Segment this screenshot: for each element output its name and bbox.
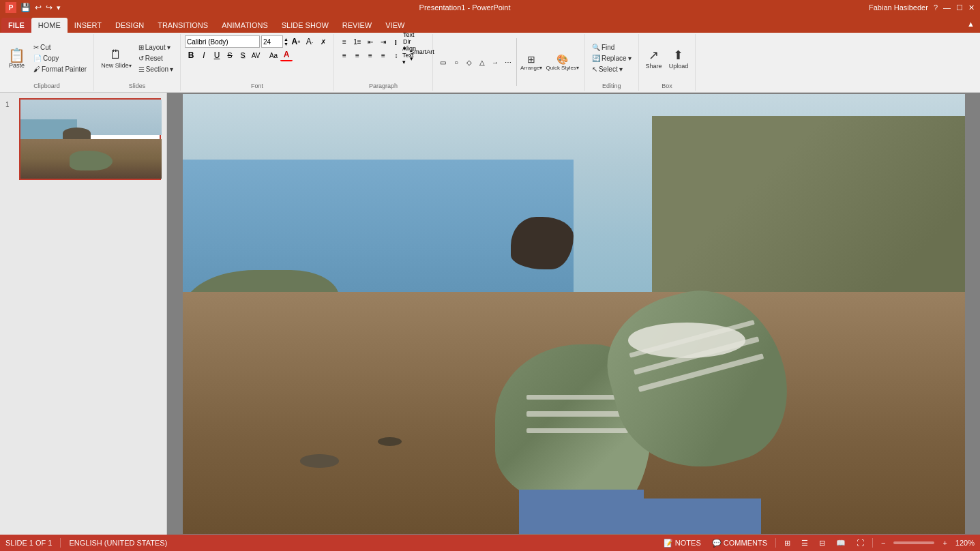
right-leg-jeans bbox=[636, 498, 762, 534]
shape-rect-btn[interactable]: ▭ bbox=[437, 56, 449, 68]
layout-button[interactable]: ⊞ Layout ▾ bbox=[136, 42, 176, 53]
justify-btn[interactable]: ≡ bbox=[377, 49, 389, 61]
tab-review[interactable]: REVIEW bbox=[336, 18, 378, 33]
cut-button[interactable]: ✂ Cut bbox=[31, 42, 89, 53]
collapse-ribbon-btn[interactable]: ▲ bbox=[962, 20, 980, 28]
minimize-btn[interactable]: — bbox=[943, 3, 951, 12]
reset-button[interactable]: ↺ Reset bbox=[136, 53, 176, 63]
comments-btn[interactable]: 💬 COMMENTS bbox=[709, 539, 770, 548]
increase-indent-btn[interactable]: ⇥ bbox=[377, 35, 389, 48]
replace-button[interactable]: 🔄 Replace ▾ bbox=[589, 53, 634, 63]
shape-more-btn[interactable]: ⋯ bbox=[502, 56, 514, 68]
quick-save-btn[interactable]: 💾 bbox=[20, 3, 31, 12]
restore-btn[interactable]: ☐ bbox=[956, 3, 963, 12]
tab-animations[interactable]: ANIMATIONS bbox=[215, 18, 275, 33]
bullets-btn[interactable]: ≡ bbox=[338, 35, 351, 48]
columns-btn[interactable]: ⫿ bbox=[390, 35, 402, 48]
undo-btn[interactable]: ↩ bbox=[35, 3, 42, 12]
stone2 bbox=[378, 437, 401, 446]
change-case-btn[interactable]: Aa bbox=[267, 49, 280, 61]
tab-home[interactable]: HOME bbox=[31, 18, 68, 33]
tab-insert[interactable]: INSERT bbox=[68, 18, 108, 33]
font-color-btn[interactable]: A bbox=[280, 49, 293, 61]
numbering-btn[interactable]: 1≡ bbox=[351, 35, 363, 48]
tab-design[interactable]: DESIGN bbox=[108, 18, 151, 33]
window-title: Presentation1 - PowerPoint bbox=[61, 3, 869, 12]
tab-slideshow[interactable]: SLIDE SHOW bbox=[275, 18, 336, 33]
zoom-level: 120% bbox=[955, 539, 975, 547]
slide-canvas[interactable] bbox=[183, 94, 965, 534]
align-left-btn[interactable]: ≡ bbox=[338, 49, 351, 61]
grow-font-btn[interactable]: A+ bbox=[290, 35, 302, 48]
zoom-slider[interactable] bbox=[893, 541, 934, 544]
strikethrough-button[interactable]: S bbox=[224, 49, 236, 61]
select-button[interactable]: ↖ Select ▾ bbox=[589, 64, 634, 74]
section-button[interactable]: ☰ Section ▾ bbox=[136, 64, 176, 74]
main-area: 1 bbox=[0, 93, 980, 535]
status-bar: SLIDE 1 OF 1 ENGLISH (UNITED STATES) 📝 N… bbox=[0, 535, 980, 551]
help-btn[interactable]: ? bbox=[934, 3, 938, 12]
close-btn[interactable]: ✕ bbox=[968, 3, 975, 12]
ribbon: 📋 Paste ✂ Cut 📄 Copy 🖌 Format Painter Cl… bbox=[0, 33, 980, 93]
thumb-rock bbox=[63, 128, 91, 139]
clipboard-group: 📋 Paste ✂ Cut 📄 Copy 🖌 Format Painter Cl… bbox=[0, 34, 94, 91]
paste-button[interactable]: 📋 Paste bbox=[4, 46, 29, 72]
thumb-shoe bbox=[70, 151, 112, 170]
normal-view-btn[interactable]: ⊞ bbox=[782, 539, 793, 548]
slide-thumbnail-1[interactable]: 1 bbox=[19, 98, 161, 180]
shape-oval-btn[interactable]: ○ bbox=[450, 56, 462, 68]
language-indicator: ENGLISH (UNITED STATES) bbox=[69, 539, 167, 547]
shape-arrow-btn[interactable]: → bbox=[489, 56, 501, 68]
decrease-indent-btn[interactable]: ⇤ bbox=[364, 35, 376, 48]
align-right-btn[interactable]: ≡ bbox=[364, 49, 376, 61]
paragraph-group: ≡ 1≡ ⇤ ⇥ ⫿ Text Dir ▾ ≡ ≡ ≡ ≡ ↕ Align Te… bbox=[334, 34, 433, 91]
slide-sorter-btn[interactable]: ⊟ bbox=[816, 539, 828, 548]
stone1 bbox=[300, 454, 339, 467]
clear-format-btn[interactable]: ✗ bbox=[317, 35, 329, 48]
outline-view-btn[interactable]: ☰ bbox=[799, 539, 811, 548]
slide-number: 1 bbox=[5, 101, 10, 108]
presenter-view-btn[interactable]: ⛶ bbox=[854, 539, 867, 547]
shape-triangle-btn[interactable]: △ bbox=[476, 56, 488, 68]
font-name-input[interactable] bbox=[185, 35, 260, 48]
format-painter-button[interactable]: 🖌 Format Painter bbox=[31, 64, 89, 74]
line-spacing-btn[interactable]: ↕ bbox=[390, 49, 402, 61]
zoom-out-btn[interactable]: − bbox=[878, 539, 888, 547]
align-center-btn[interactable]: ≡ bbox=[351, 49, 363, 61]
left-leg-jeans bbox=[519, 490, 644, 534]
tab-file[interactable]: FILE bbox=[1, 18, 31, 33]
tab-transitions[interactable]: TRANSITIONS bbox=[151, 18, 215, 33]
bold-button[interactable]: B bbox=[185, 49, 197, 61]
notes-btn[interactable]: 📝 NOTES bbox=[661, 539, 704, 548]
smartart-btn[interactable]: SmartArt ▾ bbox=[416, 49, 428, 61]
drawing-group: ▭ ○ ◇ △ → ⋯ ⊞ Arrange ▾ 🎨 Quick Styles ▾… bbox=[433, 34, 585, 91]
reading-view-btn[interactable]: 📖 bbox=[833, 539, 848, 548]
underline-button[interactable]: U bbox=[211, 49, 223, 61]
arrange-button[interactable]: ⊞ Arrange ▾ bbox=[519, 53, 544, 72]
find-button[interactable]: 🔍 Find bbox=[589, 42, 634, 53]
slides-group: 🗒 New Slide ▾ ⊞ Layout ▾ ↺ Reset ☰ Secti… bbox=[94, 34, 181, 91]
font-size-down-btn[interactable]: ▼ bbox=[284, 42, 288, 46]
font-size-input: ▲ ▼ bbox=[261, 35, 288, 48]
shadow-button[interactable]: S bbox=[237, 49, 249, 61]
slide-info: SLIDE 1 OF 1 bbox=[5, 539, 52, 547]
italic-button[interactable]: I bbox=[198, 49, 210, 61]
copy-button[interactable]: 📄 Copy bbox=[31, 53, 89, 63]
zoom-in-btn[interactable]: + bbox=[940, 539, 949, 547]
slide-panel[interactable]: 1 bbox=[0, 93, 167, 535]
redo-btn[interactable]: ↪ bbox=[46, 3, 53, 12]
font-size-up-btn[interactable]: ▲ bbox=[284, 37, 288, 42]
quick-styles-button[interactable]: 🎨 Quick Styles ▾ bbox=[544, 53, 580, 72]
tab-view[interactable]: VIEW bbox=[378, 18, 411, 33]
share-button[interactable]: ↗ Share bbox=[643, 46, 665, 71]
sock bbox=[628, 323, 745, 358]
char-spacing-btn[interactable]: AV bbox=[250, 49, 262, 61]
upload-button[interactable]: ⬆ Upload bbox=[666, 46, 692, 71]
new-slide-button[interactable]: 🗒 New Slide ▾ bbox=[98, 46, 134, 70]
canvas-area[interactable] bbox=[167, 93, 980, 535]
slide-image bbox=[183, 94, 965, 534]
font-size-box[interactable] bbox=[261, 35, 283, 48]
user-name: Fabian Hasibeder bbox=[869, 3, 928, 12]
shape-diamond-btn[interactable]: ◇ bbox=[463, 56, 475, 68]
shrink-font-btn[interactable]: A- bbox=[303, 35, 316, 48]
